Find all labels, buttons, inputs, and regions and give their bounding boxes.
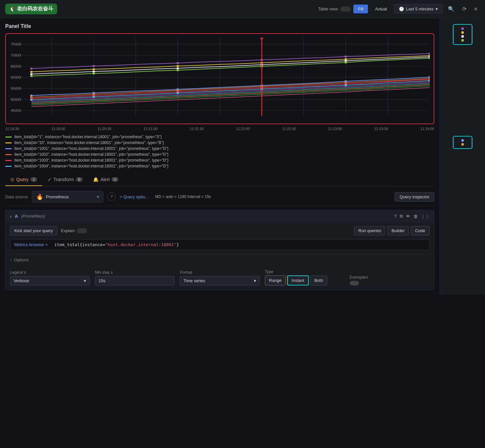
- options-header[interactable]: › Options: [6, 254, 434, 266]
- run-queries-button[interactable]: Run queries: [354, 226, 385, 235]
- svg-point-36: [92, 71, 95, 72]
- svg-point-23: [30, 68, 33, 70]
- query-options-link[interactable]: > Query optio...: [120, 194, 149, 199]
- tab-transform[interactable]: ⤢ Transform 0: [42, 174, 87, 186]
- query-tabs: ⊙ Query 1 ⤢ Transform 0 🔔 Alert 0: [5, 174, 434, 186]
- legend-item: item_total{id="1004", instance="host.doc…: [5, 164, 434, 168]
- tab-query[interactable]: ⊙ Query 1: [5, 174, 42, 186]
- svg-point-42: [92, 72, 95, 74]
- svg-text:6500: 6500: [11, 64, 21, 69]
- datasource-select[interactable]: 🔥 Prometheus ▾: [32, 191, 103, 203]
- legend-area: item_total{id="1", instance="host.docker…: [5, 135, 434, 168]
- legend-color: [5, 137, 12, 138]
- format-field: Format Time series ▾: [180, 270, 259, 285]
- svg-point-28: [428, 53, 430, 55]
- database-icon: ⊙: [10, 177, 14, 182]
- both-button[interactable]: Both: [310, 275, 327, 285]
- legend-item: item_total{id="10", instance="host.docke…: [5, 140, 434, 145]
- collapse-icon[interactable]: ‹: [10, 214, 11, 219]
- logo: 🐧 老白码农在奋斗: [5, 4, 57, 14]
- time-range-button[interactable]: 🕐 Last 5 minutes ▾: [394, 4, 443, 14]
- query-block-body: Kick start your query Explain Run querie…: [6, 222, 434, 254]
- bell-icon: 🔔: [93, 177, 98, 182]
- legend-color: [5, 166, 12, 167]
- fill-button[interactable]: Fill: [353, 5, 368, 13]
- kick-start-button[interactable]: Kick start your query: [10, 226, 57, 235]
- run-builder-row: Run queries Builder Code: [354, 226, 429, 235]
- legend-field: Legend ℹ Verbose ▾: [10, 270, 90, 285]
- svg-text:4500: 4500: [11, 109, 21, 113]
- interval-info: MD = auto = 1180 Interval = 15s: [155, 194, 211, 199]
- main-container: Panel Title: [0, 18, 485, 295]
- min-step-info-icon: ℹ: [111, 270, 112, 275]
- chevron-down-icon: ▾: [254, 278, 256, 283]
- color-dot-orange2: [461, 143, 464, 146]
- query-block-a: ‹ A (Prometheus) ? ⧉ 👁 🗑 ⋮⋮ Kick start y…: [5, 210, 434, 290]
- exemplars-switch[interactable]: [350, 281, 359, 285]
- query-block-actions: ? ⧉ 👁 🗑 ⋮⋮: [394, 214, 429, 219]
- min-step-select[interactable]: 15s: [95, 276, 175, 285]
- datasource-name: Prometheus: [46, 194, 69, 199]
- top-nav: 🐧 老白码农在奋斗 Table view Fill Actual 🕐 Last …: [0, 0, 485, 18]
- options-grid: Legend ℹ Verbose ▾ Min step ℹ: [10, 270, 429, 285]
- svg-point-66: [92, 96, 95, 98]
- trash-icon[interactable]: 🗑: [413, 214, 418, 219]
- legend-color: [5, 160, 12, 161]
- svg-point-24: [92, 65, 95, 67]
- svg-text:5500: 5500: [11, 86, 21, 91]
- svg-point-65: [30, 99, 33, 101]
- explain-switch[interactable]: [77, 228, 87, 233]
- eye-icon[interactable]: 👁: [406, 214, 410, 219]
- instant-button[interactable]: Instant: [287, 275, 309, 285]
- svg-point-69: [345, 84, 347, 86]
- copy-icon[interactable]: ⧉: [400, 214, 403, 219]
- legend-color: [5, 154, 12, 155]
- builder-button[interactable]: Builder: [387, 226, 409, 235]
- drag-handle-icon[interactable]: ⋮⋮: [421, 214, 429, 219]
- table-view-toggle[interactable]: Table view: [318, 7, 351, 12]
- left-panel: Panel Title: [0, 18, 439, 295]
- type-buttons: Range Instant Both: [265, 275, 345, 285]
- metrics-browser-link[interactable]: Metrics browser >: [10, 240, 50, 250]
- svg-text:5000: 5000: [11, 98, 21, 102]
- color-dot-green: [461, 39, 464, 42]
- svg-marker-72: [260, 38, 264, 40]
- exemplars-toggle: [350, 281, 429, 285]
- more-options-button[interactable]: ≡: [472, 5, 480, 13]
- help-button[interactable]: ?: [107, 192, 116, 201]
- format-select[interactable]: Time series ▾: [180, 276, 259, 285]
- svg-text:6000: 6000: [11, 75, 21, 80]
- svg-text:7000: 7000: [11, 53, 21, 58]
- refresh-button[interactable]: ⟳: [460, 5, 469, 13]
- color-indicators-top: [453, 24, 472, 45]
- svg-point-70: [428, 80, 430, 82]
- legend-item: item_total{id="1", instance="host.docker…: [5, 135, 434, 139]
- query-input-wrapper: Metrics browser > item_total{instance="h…: [10, 239, 429, 250]
- query-code-area[interactable]: item_total{instance="host.docker.interna…: [50, 240, 429, 250]
- color-indicators-bottom: [453, 136, 472, 149]
- options-body: Legend ℹ Verbose ▾ Min step ℹ: [6, 266, 434, 289]
- chart-svg: 7500 7000 6500 6000 5500 5000 4500: [10, 38, 430, 116]
- range-button[interactable]: Range: [265, 275, 286, 285]
- chevron-down-icon: ▾: [436, 7, 438, 11]
- code-button[interactable]: Code: [411, 226, 429, 235]
- legend-item: item_total{id="1001", instance="host.doc…: [5, 146, 434, 151]
- tab-alert[interactable]: 🔔 Alert 0: [88, 174, 124, 186]
- query-inspector-button[interactable]: Query inspector: [395, 192, 434, 202]
- chart-container: 7500 7000 6500 6000 5500 5000 4500: [5, 33, 434, 124]
- kick-start-row: Kick start your query Explain Run querie…: [10, 226, 429, 235]
- legend-color: [5, 142, 12, 143]
- svg-point-30: [92, 68, 95, 70]
- legend-info-icon: ℹ: [24, 270, 26, 275]
- query-letter: A: [15, 214, 18, 219]
- help-icon[interactable]: ?: [394, 214, 397, 219]
- transform-icon: ⤢: [47, 177, 51, 182]
- alert-badge: 0: [111, 177, 118, 182]
- legend-select[interactable]: Verbose ▾: [10, 276, 90, 285]
- svg-point-25: [177, 62, 179, 64]
- svg-point-45: [345, 61, 347, 63]
- actual-button[interactable]: Actual: [371, 5, 391, 13]
- zoom-out-button[interactable]: 🔍: [445, 5, 457, 13]
- table-view-switch[interactable]: [340, 7, 351, 12]
- svg-point-46: [428, 57, 430, 59]
